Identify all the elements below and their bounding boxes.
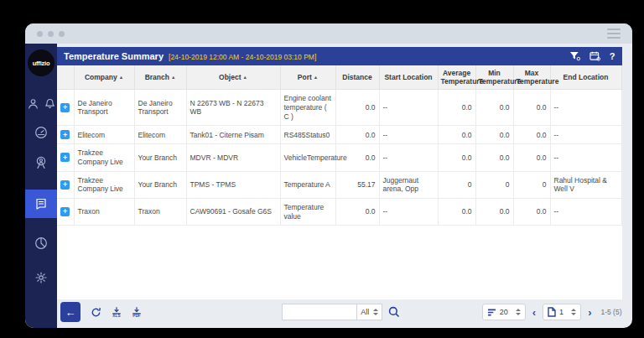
- sort-ascending-icon: ▲: [119, 75, 123, 80]
- menu-icon[interactable]: [607, 29, 621, 39]
- refresh-icon[interactable]: [91, 307, 101, 318]
- help-icon[interactable]: ?: [610, 51, 615, 61]
- table-cell: 0.0: [513, 144, 550, 171]
- download-pdf-icon[interactable]: PDF: [132, 307, 142, 318]
- select-arrows-icon: [516, 309, 521, 315]
- table-cell: --: [550, 90, 621, 126]
- page-size-select[interactable]: 20: [482, 304, 526, 320]
- column-header-port[interactable]: Port▲: [280, 65, 335, 90]
- expand-row-button[interactable]: +: [60, 153, 70, 162]
- table-cell: Your Branch: [134, 144, 186, 171]
- table-cell: 0.0: [475, 198, 513, 225]
- table-cell: 0.0: [438, 90, 475, 126]
- column-header-start-location[interactable]: Start Location: [379, 65, 438, 90]
- table-cell: --: [550, 126, 621, 144]
- table-cell: RS485Status0: [280, 126, 335, 144]
- table-cell: --: [550, 198, 621, 225]
- report-table: Company▲Branch▲Object▲Port▲DistanceStart…: [57, 65, 622, 226]
- page-icon: [548, 307, 556, 317]
- pie-chart-icon: [34, 237, 48, 250]
- sidebar-item-notifications[interactable]: [44, 98, 55, 109]
- sidebar-item-settings[interactable]: [34, 271, 48, 284]
- brand-logo: uffizio: [28, 49, 55, 76]
- table-cell: --: [550, 144, 621, 171]
- next-page-icon[interactable]: ›: [586, 307, 593, 318]
- table-cell: Traxon: [134, 198, 186, 225]
- table-cell: 0.0: [513, 126, 550, 144]
- window-control-dot[interactable]: [37, 31, 43, 37]
- download-xls-icon[interactable]: XLS: [112, 307, 122, 318]
- table-cell: --: [379, 90, 438, 126]
- gear-icon: [34, 271, 48, 284]
- window-titlebar: [25, 23, 632, 44]
- table-cell: MDVR - MDVR: [186, 144, 280, 171]
- table-cell: Temperature value: [280, 198, 335, 225]
- column-header-object[interactable]: Object▲: [186, 65, 280, 90]
- table-row: +TraxonTraxonCAW90691 - Gosafe G6STemper…: [57, 198, 621, 225]
- sidebar-item-tracking[interactable]: [34, 156, 48, 169]
- column-header-average-temperature[interactable]: Average Temperature: [438, 65, 475, 90]
- expand-row-button[interactable]: +: [60, 180, 70, 190]
- filter-icon[interactable]: [569, 51, 580, 61]
- table-cell: Rahul Hospital & Well V: [550, 171, 621, 198]
- table-cell: 55.17: [335, 171, 379, 198]
- table-cell: 0.0: [438, 198, 475, 225]
- table-row: +Trakzee Company LiveYour BranchTPMS - T…: [57, 171, 621, 198]
- table-cell: De Janeiro Transport: [134, 90, 186, 126]
- table-cell: 0.0: [513, 198, 550, 225]
- table-cell: Trakzee Company Live: [74, 144, 134, 171]
- table-cell: 0.0: [475, 90, 513, 126]
- sidebar-item-users[interactable]: [28, 98, 39, 109]
- table-cell: 0.0: [475, 126, 513, 144]
- table-cell: 0.0: [438, 144, 475, 171]
- search-input[interactable]: [282, 304, 357, 320]
- table-cell: 0.0: [513, 90, 550, 126]
- table-cell: Elitecom: [134, 126, 186, 144]
- app-window: uffizio: [25, 23, 632, 328]
- page-select[interactable]: 1: [543, 304, 581, 320]
- expand-row-button[interactable]: +: [60, 207, 70, 216]
- expand-cell: +: [57, 144, 74, 171]
- column-header-end-location[interactable]: End Location: [550, 65, 621, 90]
- table-cell: 0: [438, 171, 475, 198]
- sidebar-item-reports[interactable]: [25, 190, 57, 218]
- table-row: +De Janeiro TransportDe Janeiro Transpor…: [57, 90, 621, 126]
- table-cell: 0: [475, 171, 513, 198]
- sidebar-item-dashboard[interactable]: [34, 126, 48, 139]
- sort-ascending-icon: ▲: [314, 75, 318, 80]
- table-cell: 0.0: [335, 198, 379, 225]
- main-content: Temperature Summary [24-10-2019 12:00 AM…: [57, 44, 632, 328]
- table-cell: TPMS - TPMS: [186, 171, 280, 198]
- table-cell: De Janeiro Transport: [74, 90, 134, 126]
- gauge-icon: [34, 126, 48, 139]
- expand-row-button[interactable]: +: [60, 130, 70, 139]
- expand-cell: +: [57, 90, 74, 126]
- back-button[interactable]: ←: [60, 302, 80, 322]
- date-range-label: [24-10-2019 12:00 AM - 24-10-2019 03:10 …: [169, 53, 316, 61]
- prev-page-icon[interactable]: ‹: [531, 307, 538, 318]
- column-header-company[interactable]: Company▲: [74, 65, 134, 90]
- table-cell: Temperature A: [280, 171, 335, 198]
- table-cell: N 22673 WB - N 22673 WB: [186, 90, 280, 126]
- column-header-max-temperature[interactable]: Max Temperature: [513, 65, 550, 90]
- sort-ascending-icon: ▲: [171, 75, 175, 80]
- expand-row-button[interactable]: +: [60, 103, 70, 112]
- select-arrows-icon: [571, 309, 576, 315]
- column-header-min-temperature[interactable]: Min Temperature: [475, 65, 513, 90]
- column-header-distance[interactable]: Distance: [335, 65, 379, 90]
- search-icon[interactable]: [388, 306, 400, 318]
- sidebar-item-analytics[interactable]: [34, 237, 48, 250]
- table-row: +ElitecomElitecomTank01 - Citerne PisamR…: [57, 126, 621, 144]
- table-cell: 0.0: [335, 90, 379, 126]
- table-cell: Your Branch: [134, 171, 186, 198]
- report-table-area: Company▲Branch▲Object▲Port▲DistanceStart…: [57, 65, 622, 299]
- column-header-branch[interactable]: Branch▲: [134, 65, 186, 90]
- search-field-select[interactable]: All: [357, 304, 382, 320]
- table-cell: Engine coolant temperature ( C ): [280, 90, 335, 126]
- calendar-icon[interactable]: [589, 51, 600, 61]
- table-cell: VehicleTemperature: [280, 144, 335, 171]
- table-cell: --: [379, 144, 438, 171]
- table-cell: 0.0: [475, 144, 513, 171]
- window-control-dot[interactable]: [48, 31, 54, 37]
- window-control-dot[interactable]: [59, 31, 65, 37]
